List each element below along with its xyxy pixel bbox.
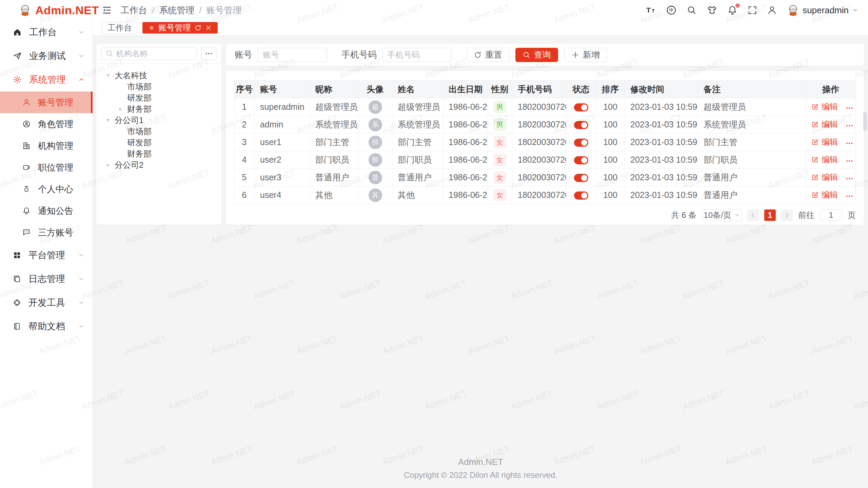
cell-status (566, 98, 596, 116)
tree-node[interactable]: ▸分公司2 (96, 159, 221, 170)
edit-button[interactable]: 编辑 (811, 154, 838, 165)
sidebar-item-business-test[interactable]: 业务测试 (0, 44, 93, 68)
menu-collapse-icon[interactable] (102, 5, 112, 15)
account-input[interactable] (258, 48, 327, 62)
sidebar-item-role-management[interactable]: 角色管理 (0, 113, 93, 135)
table-row: 3user1部门主管部部门主管1986-06-28女18020030720100… (234, 134, 856, 151)
cell-modified: 2023-01-03 10:59:44 (625, 151, 698, 169)
sidebar-item-notice-announcement[interactable]: 通知公告 (0, 200, 93, 222)
status-toggle[interactable] (574, 139, 588, 147)
edit-button[interactable]: 编辑 (811, 137, 838, 147)
sidebar-item-dev-tools[interactable]: 开发工具 (0, 291, 93, 314)
breadcrumb-item: 账号管理 (206, 4, 241, 16)
tab-close-icon[interactable] (205, 24, 212, 31)
search-button[interactable]: 查询 (515, 48, 558, 62)
sidebar-item-system-management[interactable]: 系统管理 (0, 68, 93, 92)
logs-icon (13, 275, 21, 283)
tree-node[interactable]: ▾分公司1 (96, 115, 221, 126)
reset-button[interactable]: 重置 (467, 48, 509, 62)
goto-page-input[interactable] (820, 209, 842, 221)
breadcrumb-item[interactable]: 工作台 (121, 4, 147, 16)
avatar: 部 (369, 153, 382, 167)
language-icon[interactable]: 中 (666, 5, 676, 15)
cell-remark: 普通用户 (698, 186, 806, 204)
caret-down-icon: ▾ (102, 72, 115, 79)
sidebar-item-label: 开发工具 (28, 297, 78, 309)
sidebar-item-help-docs[interactable]: 帮助文档 (0, 314, 93, 338)
tab-workbench[interactable]: 工作台 (102, 22, 138, 34)
notification-badge (735, 3, 740, 8)
tree-node[interactable]: 市场部 (96, 81, 221, 92)
prev-page-button[interactable] (747, 209, 759, 221)
gender-badge: 女 (494, 154, 506, 166)
sidebar-item-account-management[interactable]: 账号管理 (0, 92, 93, 113)
phone-input[interactable] (382, 48, 452, 62)
username: superadmin (803, 5, 849, 16)
tree-node[interactable]: ▾大名科技 (96, 70, 221, 81)
table-header-row: 序号账号昵称头像姓名出生日期性别手机号码状态排序修改时间备注操作 (234, 81, 856, 98)
sidebar-item-third-party-account[interactable]: 三方账号 (0, 222, 93, 243)
add-button[interactable]: 新增 (564, 48, 607, 62)
avatar: 超 (369, 100, 382, 114)
sidebar-item-personal-center[interactable]: 个人中心 (0, 178, 93, 200)
main-area: 工作台/系统管理/账号管理 TT中 superadmin 工作台账号管理 (93, 0, 868, 488)
edit-button[interactable]: 编辑 (811, 101, 838, 112)
tab-account-management[interactable]: 账号管理 (142, 22, 218, 34)
font-size-icon[interactable]: TT (646, 5, 656, 15)
org-search-input[interactable] (116, 49, 193, 58)
gear-icon (13, 75, 22, 84)
status-toggle[interactable] (574, 103, 588, 111)
edit-button[interactable]: 编辑 (811, 189, 838, 200)
status-toggle[interactable] (574, 121, 588, 129)
row-more-button[interactable] (845, 104, 853, 112)
caret-right-icon: ▸ (102, 161, 115, 168)
header-actions: TT中 (646, 5, 777, 15)
row-more-button[interactable] (845, 157, 853, 165)
edit-button[interactable]: 编辑 (811, 172, 838, 183)
next-page-button[interactable] (781, 209, 793, 221)
current-page-button[interactable]: 1 (764, 209, 776, 221)
org-search-box[interactable] (101, 47, 197, 60)
org-icon (22, 142, 31, 150)
logo: Admin.NET (0, 0, 93, 20)
row-more-button[interactable] (845, 175, 853, 183)
sidebar-item-workbench[interactable]: 工作台 (0, 20, 93, 44)
cell-action: 编辑 (806, 134, 856, 151)
breadcrumb-item[interactable]: 系统管理 (159, 4, 194, 16)
tab-refresh-icon[interactable] (194, 24, 202, 32)
tree-node[interactable]: 财务部 (96, 148, 221, 159)
status-toggle[interactable] (574, 191, 588, 200)
notification-icon[interactable] (727, 5, 737, 15)
row-more-button[interactable] (845, 139, 853, 147)
cell-modified: 2023-01-03 10:59:44 (625, 98, 698, 116)
theme-icon[interactable] (707, 5, 717, 15)
scrollbar-thumb[interactable] (863, 112, 867, 131)
tabs-bar: 工作台账号管理 (93, 20, 868, 36)
sidebar-item-org-management[interactable]: 机构管理 (0, 135, 93, 157)
status-toggle[interactable] (574, 174, 588, 182)
search-icon[interactable] (687, 5, 697, 15)
sidebar-item-position-management[interactable]: 职位管理 (0, 157, 93, 178)
edit-button[interactable]: 编辑 (811, 119, 838, 130)
tree-more-button[interactable] (201, 47, 217, 60)
status-toggle[interactable] (574, 156, 588, 164)
row-more-button[interactable] (845, 192, 853, 200)
tree-node[interactable]: 市场部 (96, 126, 221, 137)
tree-node[interactable]: ▸财务部 (96, 103, 221, 115)
row-more-button[interactable] (845, 122, 853, 130)
profile-icon[interactable] (767, 5, 777, 15)
fullscreen-icon[interactable] (748, 5, 757, 15)
tree-node[interactable]: 研发部 (96, 137, 221, 148)
tree-node-label: 大名科技 (115, 70, 147, 81)
org-tree-search-row (96, 44, 221, 64)
tree-node[interactable]: 研发部 (96, 92, 221, 103)
sidebar-item-log-management[interactable]: 日志管理 (0, 267, 93, 291)
sidebar-item-label: 帮助文档 (28, 320, 78, 332)
user-menu[interactable]: superadmin (787, 4, 858, 16)
sidebar-item-platform-management[interactable]: 平台管理 (0, 243, 93, 267)
page-size-select[interactable]: 10条/页 (702, 209, 742, 221)
tab-dot-icon (148, 24, 155, 31)
cell-name: 系统管理员 (392, 116, 443, 134)
cell-nickname: 普通用户 (310, 169, 358, 186)
sidebar-item-label: 通知公告 (38, 205, 85, 217)
